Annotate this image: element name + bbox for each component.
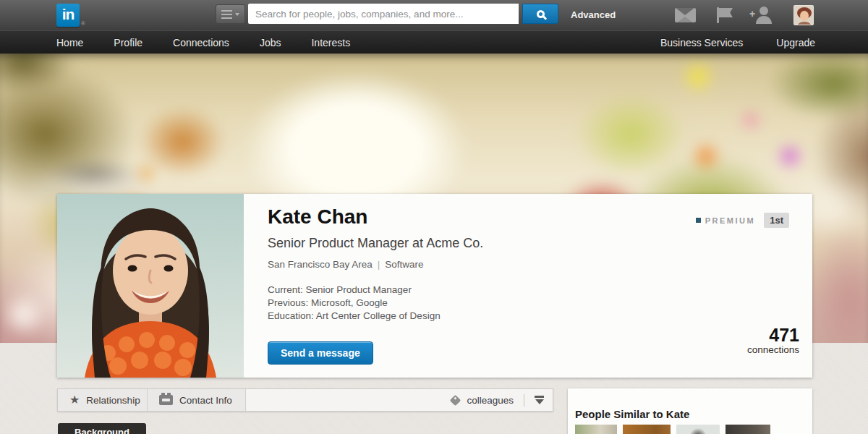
connections-block[interactable]: 471 connections [747,326,799,355]
person-head-shape [760,7,768,15]
send-message-button[interactable]: Send a message [268,341,373,365]
profile-photo-image [57,194,244,378]
education-line: Education: Art Center College of Design [268,310,441,323]
similar-person-thumb[interactable] [726,425,770,434]
messages-envelope-icon[interactable] [675,8,696,22]
linkedin-logo[interactable]: in [56,4,80,27]
tab-bar-right: colleagues [246,389,553,411]
profile-location[interactable]: San Francisco Bay Area [268,259,373,270]
profile-headline: Senior Product Manager at Acme Co. [268,236,483,251]
connections-count: 471 [747,326,799,344]
search-input[interactable] [248,4,519,24]
profile-industry[interactable]: Software [385,259,423,270]
current-label: Current: [268,284,303,295]
nav-item-interests[interactable]: Interests [311,37,350,48]
add-connection-icon[interactable]: + [749,7,773,24]
nav-left-group: Home Profile Connections Jobs Interests [0,37,350,48]
person-torso-shape [756,16,772,24]
star-icon: ★ [69,394,80,406]
location-separator: | [373,259,386,270]
profile-photo[interactable] [57,194,244,378]
premium-row: PREMIUM 1st [696,213,789,228]
nav-item-business-services[interactable]: Business Services [660,37,743,48]
nav-right-group: Business Services Upgrade [660,37,815,48]
contact-card-icon [159,395,173,405]
premium-label: PREMIUM [705,216,755,225]
similar-people-thumbnails [568,420,812,434]
background-section-tab[interactable]: Background [58,423,146,434]
account-avatar[interactable] [793,5,814,25]
nav-item-upgrade[interactable]: Upgrade [776,37,815,48]
chevron-down-icon [235,13,239,16]
first-degree-badge: 1st [764,213,789,228]
account-avatar-image [794,6,814,25]
similar-person-thumb[interactable] [623,425,671,434]
colleagues-label: colleagues [467,395,514,406]
main-nav-bar: Home Profile Connections Jobs Interests … [0,30,868,54]
current-line: Current: Senior Product Manager [268,284,441,297]
previous-line: Previous: Microsoft, Google [268,297,441,310]
tab-contact-info[interactable]: Contact Info [148,389,246,411]
current-value[interactable]: Senior Product Manager [306,284,412,295]
nav-item-home[interactable]: Home [56,37,83,48]
search-icon [537,10,545,18]
nav-item-connections[interactable]: Connections [173,37,229,48]
notifications-flag-icon[interactable] [715,7,735,24]
relationship-label: Relationship [86,395,140,406]
tab-divider [524,394,524,407]
profile-tab-bar: ★ Relationship Contact Info colleagues [57,388,553,412]
registered-mark: ® [81,20,85,27]
search-category-dropdown[interactable] [216,4,245,24]
profile-card: Kate Chan Senior Product Manager at Acme… [57,194,812,378]
tag-icon [450,394,461,406]
contact-info-label: Contact Info [179,395,232,406]
search-button[interactable] [522,4,558,24]
profile-location-row: San Francisco Bay Area|Software [268,259,424,270]
similar-person-thumb[interactable] [575,425,617,434]
sort-dropdown-icon[interactable] [535,396,544,405]
colleagues-tag[interactable]: colleagues [451,395,514,406]
linkedin-profile-page: { "brand": { "logo_text": "in", "registe… [0,0,868,434]
profile-details: Current: Senior Product Manager Previous… [268,284,441,323]
previous-value[interactable]: Microsoft, Google [311,297,388,308]
previous-label: Previous: [268,297,308,308]
education-value[interactable]: Art Center College of Design [316,310,441,321]
advanced-search-link[interactable]: Advanced [571,0,616,30]
similar-person-thumb[interactable] [676,425,720,434]
premium-bullet-icon [696,218,701,223]
people-similar-card: People Similar to Kate [568,388,812,434]
people-similar-title: People Similar to Kate [568,388,812,420]
top-chrome-bar: in ® Advanced + [0,0,868,30]
plus-glyph: + [749,9,755,19]
connections-label: connections [747,344,799,355]
profile-name: Kate Chan [268,205,367,229]
tab-relationship[interactable]: ★ Relationship [58,389,148,411]
hamburger-icon [221,10,232,19]
education-label: Education: [268,310,314,321]
nav-item-jobs[interactable]: Jobs [260,37,281,48]
nav-item-profile[interactable]: Profile [114,37,142,48]
background-label: Background [75,423,129,434]
premium-badge[interactable]: PREMIUM [696,216,755,225]
